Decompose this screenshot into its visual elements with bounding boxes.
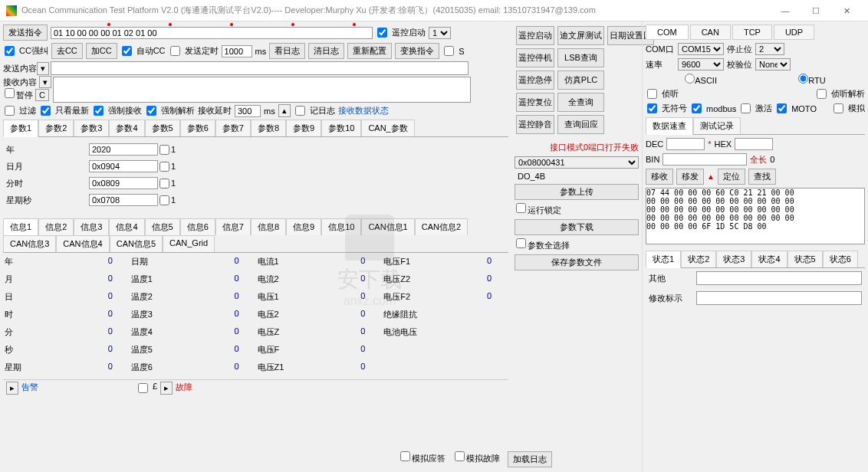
info-tab[interactable]: 信息6	[180, 218, 215, 235]
alarm-expand-icon[interactable]: ▸	[6, 382, 18, 395]
param-input[interactable]	[89, 194, 158, 206]
status-tab[interactable]: 状态1	[646, 251, 681, 268]
force-parse-check[interactable]	[146, 106, 156, 116]
reconfig-button[interactable]: 重新配置	[347, 43, 392, 59]
status-tab[interactable]: 状态4	[751, 251, 787, 267]
param-check[interactable]	[159, 195, 169, 205]
fault-link[interactable]: 故障	[176, 382, 192, 395]
pause-check[interactable]	[5, 88, 15, 98]
comm-tab[interactable]: UDP	[774, 25, 814, 40]
hex-view-area[interactable]: 07 44 00 00 00 60 C0 21 21 00 00 00 00 0…	[646, 188, 865, 244]
remote-stop-button[interactable]: 遥控停机	[516, 48, 554, 67]
recv-dropdown-icon[interactable]: ▾	[39, 76, 51, 88]
remote-estop-button[interactable]: 遥控急停	[516, 70, 554, 90]
swap-cmd-button[interactable]: 变换指令	[395, 43, 439, 59]
param-tab[interactable]: 参数2	[38, 120, 74, 136]
info-tab[interactable]: CAN信息5	[110, 235, 163, 252]
send-timer-check[interactable]	[170, 46, 180, 56]
send-content-area[interactable]	[51, 61, 469, 75]
status-tab[interactable]: 状态3	[716, 251, 751, 267]
only-new-check[interactable]	[41, 106, 51, 116]
info-tab[interactable]: 信息7	[215, 218, 251, 235]
clear-log-button[interactable]: 清日志	[308, 43, 344, 59]
move-send-button[interactable]: 移发	[676, 169, 704, 185]
remote-mute-button[interactable]: 遥控静音	[516, 115, 554, 134]
up-triangle-icon[interactable]: ▲	[707, 172, 715, 181]
param-tab[interactable]: 参数7	[215, 120, 251, 136]
diwen-test-button[interactable]: 迪文屏测试	[557, 26, 604, 45]
param-tab[interactable]: 参数8	[251, 120, 286, 136]
info-tab[interactable]: CAN_Grid	[163, 235, 215, 252]
delay-up-icon[interactable]: ▴	[278, 104, 291, 117]
remote-reset-button[interactable]: 遥控复位	[516, 93, 554, 112]
activate-check[interactable]	[741, 103, 751, 113]
baud-select[interactable]: 9600	[678, 58, 724, 70]
minimize-button[interactable]: —	[770, 2, 801, 20]
stop-bit-select[interactable]: 2	[755, 43, 784, 55]
param-check[interactable]	[159, 179, 169, 188]
param-tab[interactable]: 参数10	[321, 120, 361, 136]
status-tab[interactable]: 状态6	[823, 251, 858, 267]
info-tab[interactable]: 信息8	[251, 218, 286, 235]
s-check[interactable]	[444, 46, 454, 56]
info-tab[interactable]: CAN信息1	[361, 218, 414, 235]
force-recv-check[interactable]	[94, 106, 104, 116]
quick-tab[interactable]: 数据速查	[646, 117, 693, 135]
com-port-select[interactable]: COM15	[678, 43, 724, 55]
param-tab[interactable]: 参数1	[3, 120, 38, 137]
save-param-button[interactable]: 保存参数文件	[515, 254, 639, 270]
info-tab[interactable]: 信息3	[74, 218, 109, 235]
modbus-check[interactable]	[692, 103, 702, 113]
query-resp-button[interactable]: 查询回应	[557, 115, 604, 134]
delay-input[interactable]	[235, 105, 261, 117]
filter-check[interactable]	[5, 106, 15, 116]
log-check[interactable]	[295, 106, 305, 116]
param-tab[interactable]: 参数5	[145, 120, 180, 136]
bin-input[interactable]	[663, 153, 747, 166]
param-input[interactable]	[89, 143, 158, 156]
close-button[interactable]: ✕	[831, 2, 862, 20]
param-tab[interactable]: 参数4	[109, 120, 144, 136]
param-selall-check[interactable]	[516, 238, 526, 248]
dec-input[interactable]	[666, 138, 705, 150]
fault-expand-icon[interactable]: ▸	[160, 382, 173, 395]
comm-tab[interactable]: COM	[646, 25, 689, 40]
add-cc-button[interactable]: 加CC	[86, 43, 117, 59]
param-check[interactable]	[159, 145, 169, 155]
remote-start-button[interactable]: 遥控启动	[516, 26, 554, 45]
c-button[interactable]: C	[35, 89, 49, 101]
param-tab[interactable]: 参数3	[74, 120, 109, 136]
remote-start-select[interactable]: 1	[429, 27, 451, 39]
send-cmd-button[interactable]: 发送指令	[3, 25, 48, 41]
locate-button[interactable]: 定位	[718, 169, 745, 185]
info-tab[interactable]: 信息9	[286, 218, 321, 235]
listen-parse-check[interactable]	[817, 89, 827, 99]
auto-cc-check[interactable]	[122, 46, 132, 56]
full-query-button[interactable]: 全查询	[557, 93, 604, 112]
hex-input-right[interactable]	[735, 138, 773, 150]
status-tab[interactable]: 状态5	[787, 251, 823, 267]
timer-input[interactable]	[222, 45, 252, 57]
info-tab[interactable]: CAN信息2	[415, 218, 468, 235]
maximize-button[interactable]: ☐	[801, 2, 831, 20]
status-tab[interactable]: 状态2	[681, 251, 716, 267]
param-input[interactable]	[89, 160, 158, 172]
move-recv-button[interactable]: 移收	[646, 169, 673, 185]
run-lock-check[interactable]	[516, 203, 526, 213]
ascii-radio[interactable]	[685, 74, 695, 84]
quick-tab[interactable]: 测试记录	[693, 117, 741, 134]
info-tab[interactable]: CAN信息4	[56, 235, 109, 252]
comm-tab[interactable]: TCP	[732, 25, 772, 40]
send-dropdown-icon[interactable]: ▾	[37, 62, 49, 75]
cc-correct-check[interactable]	[5, 46, 15, 56]
rtu-radio[interactable]	[798, 74, 808, 84]
view-log-button[interactable]: 看日志	[269, 43, 305, 59]
lsb-query-button[interactable]: LSB查询	[557, 48, 604, 67]
param-input[interactable]	[89, 177, 158, 189]
param-tab[interactable]: 参数9	[286, 120, 321, 136]
sim-plc-button[interactable]: 仿真PLC	[557, 70, 604, 90]
param-check[interactable]	[159, 162, 169, 172]
comm-tab[interactable]: CAN	[690, 25, 731, 40]
info-tab[interactable]: 信息1	[3, 218, 38, 236]
param-download-button[interactable]: 参数下载	[515, 219, 639, 235]
